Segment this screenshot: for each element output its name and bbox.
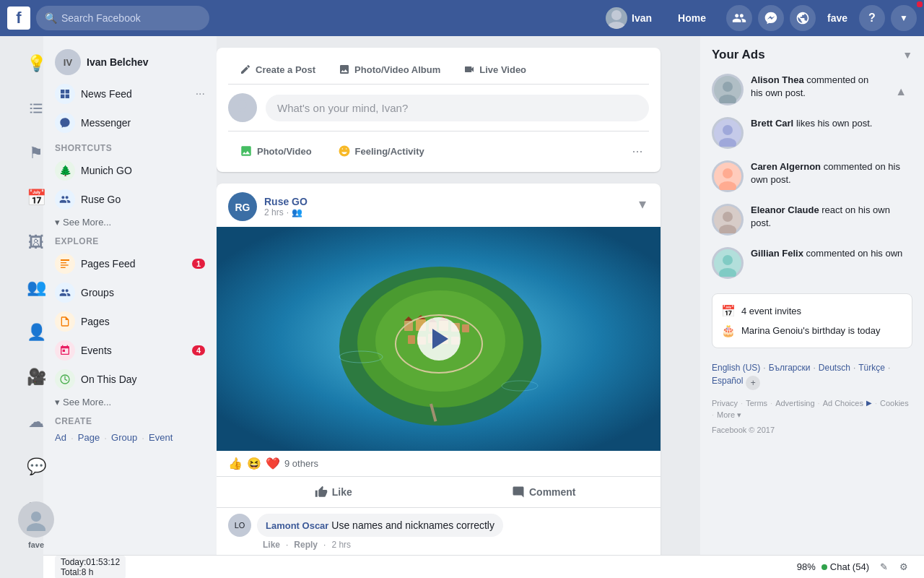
composer-more-btn[interactable]: ··· xyxy=(626,139,649,163)
activity-item-0[interactable]: Alison Thea commented on his own post. ▲ xyxy=(706,68,918,111)
add-language-button[interactable]: + xyxy=(746,376,760,390)
reactions-count[interactable]: 9 others xyxy=(284,458,318,469)
create-label: CREATE xyxy=(49,410,211,429)
event-invites-item[interactable]: 📅 4 event invites xyxy=(721,301,903,321)
create-page-link[interactable]: Page xyxy=(78,432,100,444)
fave-label[interactable]: fave xyxy=(821,9,853,27)
lang-spanish[interactable]: Español xyxy=(712,376,743,390)
chat-bar: 98% Chat (54) ✎ ⚙ xyxy=(797,558,912,576)
explore-see-more[interactable]: ▾ See More... xyxy=(49,394,211,410)
lang-english[interactable]: English (US) xyxy=(712,363,760,373)
user-profile-row[interactable]: IV Ivan Belchev xyxy=(49,45,211,79)
sidebar-icon-flag[interactable]: ⚑ xyxy=(14,131,58,175)
pages-label: Pages xyxy=(81,316,110,327)
birthday-item[interactable]: 🎂 Marina Genoiu's birthday is today xyxy=(721,321,903,340)
activity-item-2[interactable]: Caren Algernon commented on his own post… xyxy=(706,155,918,198)
ads-chevron-icon[interactable]: ▼ xyxy=(902,49,912,61)
activity-item-3[interactable]: Eleanor Claude react on his own post. xyxy=(706,198,918,241)
events-invites-box: 📅 4 event invites 🎂 Marina Genoiu's birt… xyxy=(712,293,912,348)
footer-advertising[interactable]: Advertising xyxy=(775,399,814,407)
search-icon: 🔍 xyxy=(45,12,57,24)
shortcuts-see-more[interactable]: ▾ See More... xyxy=(49,214,211,230)
right-sidebar: Your Ads ▼ Alison Thea commented on his … xyxy=(700,36,924,578)
sidebar-icon-people[interactable]: 👥 xyxy=(14,266,58,309)
new-chat-button[interactable]: ✎ xyxy=(875,558,892,576)
activity-item-4[interactable]: Gillian Felix commented on his own xyxy=(706,241,918,285)
comment-button[interactable]: Comment xyxy=(439,480,650,504)
left-user-avatar[interactable] xyxy=(18,501,54,538)
svg-rect-4 xyxy=(30,108,32,109)
post-more-button[interactable]: ▾ xyxy=(636,192,649,215)
lang-deutsch[interactable]: Deutsch xyxy=(819,363,850,373)
chat-settings-button[interactable]: ⚙ xyxy=(895,558,912,576)
svg-point-51 xyxy=(723,125,733,135)
help-icon-btn[interactable]: ? xyxy=(859,5,885,31)
comment-like-action[interactable]: Like xyxy=(263,540,280,550)
shortcut-munich[interactable]: 🌲 Munich GO xyxy=(49,156,211,185)
sidebar-icon-video[interactable]: 🎥 xyxy=(14,355,58,399)
live-video-tab[interactable]: Live Video xyxy=(452,56,538,84)
footer-ad-choices[interactable]: Ad Choices xyxy=(823,399,863,407)
post-group-name[interactable]: Ruse GO xyxy=(264,196,308,207)
activity-avatar-0 xyxy=(712,74,744,105)
friends-icon-btn[interactable] xyxy=(726,5,752,31)
feeling-activity-btn[interactable]: Feeling/Activity xyxy=(326,139,436,163)
sidebar-icon-lightbulb[interactable]: 💡 xyxy=(14,42,58,85)
play-button[interactable] xyxy=(417,317,461,361)
footer-privacy[interactable]: Privacy xyxy=(712,399,738,407)
post-header: RG Ruse GO 2 hrs · 👥 ▾ xyxy=(217,184,661,227)
svg-point-60 xyxy=(723,255,733,265)
footer-cookies[interactable]: Cookies xyxy=(880,399,909,407)
dropdown-icon-btn[interactable]: ▼ xyxy=(891,5,917,31)
post-image-container[interactable] xyxy=(217,227,661,451)
create-post-tab[interactable]: Create a Post xyxy=(228,56,327,84)
sidebar-icon-list[interactable] xyxy=(14,87,58,130)
activity-scroll-up[interactable]: ▲ xyxy=(889,79,912,104)
photo-video-tab[interactable]: Photo/Video Album xyxy=(327,56,452,84)
avatar xyxy=(606,7,627,29)
svg-point-54 xyxy=(723,168,733,178)
sidebar-icon-chat[interactable]: 💬 xyxy=(14,445,58,488)
footer-terms[interactable]: Terms xyxy=(746,399,767,407)
activity-item-1[interactable]: Brett Carl likes his own post. xyxy=(706,111,918,155)
sidebar-icon-cloud[interactable]: ☁ xyxy=(14,400,58,444)
composer-tabs: Create a Post Photo/Video Album Live Vid… xyxy=(228,56,649,85)
footer-more[interactable]: More ▾ xyxy=(717,410,741,420)
explore-events[interactable]: Events 4 xyxy=(49,336,211,365)
timer-total: Total:8 h xyxy=(61,567,120,577)
messenger-icon-btn[interactable] xyxy=(758,5,784,31)
like-button[interactable]: Like xyxy=(228,480,439,504)
globe-icon-btn[interactable] xyxy=(790,5,816,31)
lang-turkish[interactable]: Türkçe xyxy=(858,363,885,373)
sidebar-icon-photo[interactable]: 🖼 xyxy=(14,221,58,264)
post-text-input[interactable]: What's on your mind, Ivan? xyxy=(266,95,649,121)
events-label: Events xyxy=(81,345,112,356)
sidebar-icon-calendar[interactable]: 📅 xyxy=(14,176,58,220)
explore-groups[interactable]: Groups xyxy=(49,278,211,307)
nav-user[interactable]: Ivan xyxy=(600,4,658,32)
timer-today: Today:01:53:12 xyxy=(61,557,120,567)
shortcut-ruse[interactable]: Ruse Go xyxy=(49,185,211,214)
create-event-link[interactable]: Event xyxy=(149,432,173,444)
activity-name-0: Alison Thea xyxy=(751,74,804,85)
home-button[interactable]: Home xyxy=(663,8,720,28)
sidebar-icon-friends[interactable]: 👤 xyxy=(14,311,58,354)
comment-reply-action[interactable]: Reply xyxy=(294,540,318,550)
search-bar[interactable]: 🔍 xyxy=(36,6,209,30)
footer-links: Privacy · Terms · Advertising · Ad Choic… xyxy=(706,396,918,423)
facebook-logo[interactable]: f xyxy=(7,7,30,30)
photo-video-btn[interactable]: Photo/Video xyxy=(228,139,323,163)
messenger-item[interactable]: Messenger xyxy=(49,108,211,137)
search-input[interactable] xyxy=(61,12,191,24)
birthday-label: Marina Genoiu's birthday is today xyxy=(741,325,881,336)
top-navigation: f 🔍 Ivan Home fave ? ▼ xyxy=(0,0,924,36)
newsfeed-more-icon[interactable]: ··· xyxy=(196,87,205,100)
lang-bulgarian[interactable]: Български xyxy=(769,363,811,373)
svg-point-57 xyxy=(723,212,733,222)
create-group-link[interactable]: Group xyxy=(111,432,137,444)
explore-pages[interactable]: Pages xyxy=(49,307,211,336)
explore-pages-feed[interactable]: Pages Feed 1 xyxy=(49,249,211,278)
explore-on-this-day[interactable]: On This Day xyxy=(49,365,211,394)
comment-author-name[interactable]: Lamont Oscar xyxy=(266,520,328,531)
newsfeed-item[interactable]: News Feed ··· xyxy=(49,79,211,108)
